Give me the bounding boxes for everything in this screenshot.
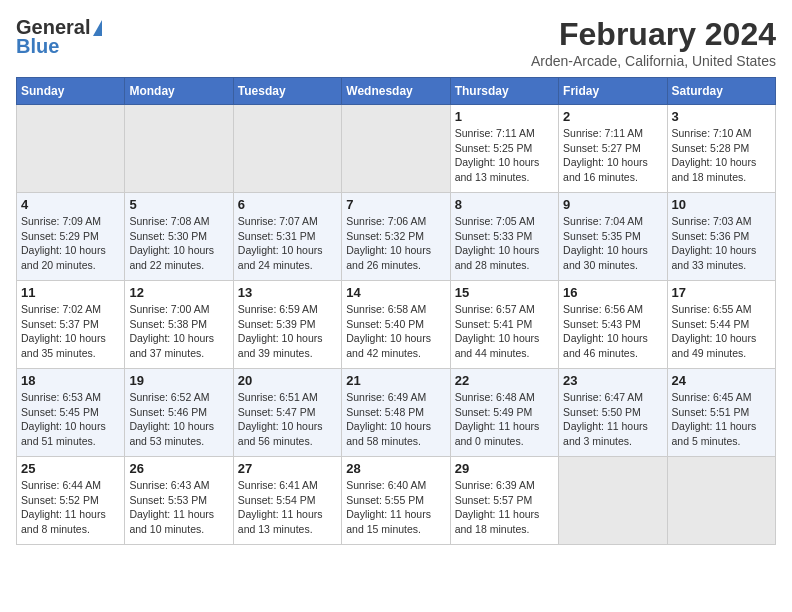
- calendar-cell: 22Sunrise: 6:48 AM Sunset: 5:49 PM Dayli…: [450, 369, 558, 457]
- page-header: General Blue February 2024 Arden-Arcade,…: [16, 16, 776, 69]
- calendar-cell: [559, 457, 667, 545]
- day-info: Sunrise: 6:51 AM Sunset: 5:47 PM Dayligh…: [238, 390, 337, 449]
- day-info: Sunrise: 6:59 AM Sunset: 5:39 PM Dayligh…: [238, 302, 337, 361]
- calendar-cell: 7Sunrise: 7:06 AM Sunset: 5:32 PM Daylig…: [342, 193, 450, 281]
- calendar-cell: 23Sunrise: 6:47 AM Sunset: 5:50 PM Dayli…: [559, 369, 667, 457]
- day-number: 12: [129, 285, 228, 300]
- day-info: Sunrise: 6:39 AM Sunset: 5:57 PM Dayligh…: [455, 478, 554, 537]
- day-info: Sunrise: 6:41 AM Sunset: 5:54 PM Dayligh…: [238, 478, 337, 537]
- calendar-cell: 26Sunrise: 6:43 AM Sunset: 5:53 PM Dayli…: [125, 457, 233, 545]
- day-info: Sunrise: 7:10 AM Sunset: 5:28 PM Dayligh…: [672, 126, 771, 185]
- day-of-week-header: Thursday: [450, 78, 558, 105]
- day-of-week-header: Saturday: [667, 78, 775, 105]
- day-number: 8: [455, 197, 554, 212]
- day-number: 3: [672, 109, 771, 124]
- day-info: Sunrise: 7:06 AM Sunset: 5:32 PM Dayligh…: [346, 214, 445, 273]
- day-info: Sunrise: 6:43 AM Sunset: 5:53 PM Dayligh…: [129, 478, 228, 537]
- calendar-cell: 17Sunrise: 6:55 AM Sunset: 5:44 PM Dayli…: [667, 281, 775, 369]
- day-number: 6: [238, 197, 337, 212]
- calendar-cell: 2Sunrise: 7:11 AM Sunset: 5:27 PM Daylig…: [559, 105, 667, 193]
- calendar-cell: 20Sunrise: 6:51 AM Sunset: 5:47 PM Dayli…: [233, 369, 341, 457]
- day-number: 17: [672, 285, 771, 300]
- day-info: Sunrise: 6:49 AM Sunset: 5:48 PM Dayligh…: [346, 390, 445, 449]
- calendar-cell: 24Sunrise: 6:45 AM Sunset: 5:51 PM Dayli…: [667, 369, 775, 457]
- calendar-cell: 1Sunrise: 7:11 AM Sunset: 5:25 PM Daylig…: [450, 105, 558, 193]
- day-number: 13: [238, 285, 337, 300]
- day-info: Sunrise: 6:47 AM Sunset: 5:50 PM Dayligh…: [563, 390, 662, 449]
- calendar-cell: 21Sunrise: 6:49 AM Sunset: 5:48 PM Dayli…: [342, 369, 450, 457]
- day-number: 15: [455, 285, 554, 300]
- calendar-cell: 13Sunrise: 6:59 AM Sunset: 5:39 PM Dayli…: [233, 281, 341, 369]
- calendar-cell: 3Sunrise: 7:10 AM Sunset: 5:28 PM Daylig…: [667, 105, 775, 193]
- day-number: 24: [672, 373, 771, 388]
- day-number: 11: [21, 285, 120, 300]
- day-info: Sunrise: 6:40 AM Sunset: 5:55 PM Dayligh…: [346, 478, 445, 537]
- day-number: 18: [21, 373, 120, 388]
- calendar-cell: 9Sunrise: 7:04 AM Sunset: 5:35 PM Daylig…: [559, 193, 667, 281]
- day-number: 19: [129, 373, 228, 388]
- title-section: February 2024 Arden-Arcade, California, …: [531, 16, 776, 69]
- calendar-cell: 5Sunrise: 7:08 AM Sunset: 5:30 PM Daylig…: [125, 193, 233, 281]
- logo-blue-text: Blue: [16, 35, 59, 58]
- calendar-cell: 4Sunrise: 7:09 AM Sunset: 5:29 PM Daylig…: [17, 193, 125, 281]
- day-number: 27: [238, 461, 337, 476]
- day-info: Sunrise: 6:44 AM Sunset: 5:52 PM Dayligh…: [21, 478, 120, 537]
- day-of-week-header: Monday: [125, 78, 233, 105]
- day-number: 9: [563, 197, 662, 212]
- calendar-cell: [125, 105, 233, 193]
- day-number: 28: [346, 461, 445, 476]
- day-number: 4: [21, 197, 120, 212]
- calendar-cell: 11Sunrise: 7:02 AM Sunset: 5:37 PM Dayli…: [17, 281, 125, 369]
- day-number: 14: [346, 285, 445, 300]
- calendar-cell: [667, 457, 775, 545]
- day-of-week-header: Friday: [559, 78, 667, 105]
- calendar-cell: 15Sunrise: 6:57 AM Sunset: 5:41 PM Dayli…: [450, 281, 558, 369]
- subtitle: Arden-Arcade, California, United States: [531, 53, 776, 69]
- day-info: Sunrise: 7:02 AM Sunset: 5:37 PM Dayligh…: [21, 302, 120, 361]
- day-info: Sunrise: 6:57 AM Sunset: 5:41 PM Dayligh…: [455, 302, 554, 361]
- calendar-cell: [342, 105, 450, 193]
- calendar-table: SundayMondayTuesdayWednesdayThursdayFrid…: [16, 77, 776, 545]
- day-info: Sunrise: 6:53 AM Sunset: 5:45 PM Dayligh…: [21, 390, 120, 449]
- logo-triangle-icon: [93, 20, 102, 36]
- calendar-cell: 14Sunrise: 6:58 AM Sunset: 5:40 PM Dayli…: [342, 281, 450, 369]
- day-number: 20: [238, 373, 337, 388]
- calendar-cell: 28Sunrise: 6:40 AM Sunset: 5:55 PM Dayli…: [342, 457, 450, 545]
- day-of-week-header: Wednesday: [342, 78, 450, 105]
- day-info: Sunrise: 7:05 AM Sunset: 5:33 PM Dayligh…: [455, 214, 554, 273]
- day-info: Sunrise: 6:48 AM Sunset: 5:49 PM Dayligh…: [455, 390, 554, 449]
- calendar-cell: 19Sunrise: 6:52 AM Sunset: 5:46 PM Dayli…: [125, 369, 233, 457]
- day-of-week-header: Sunday: [17, 78, 125, 105]
- day-number: 2: [563, 109, 662, 124]
- calendar-cell: 10Sunrise: 7:03 AM Sunset: 5:36 PM Dayli…: [667, 193, 775, 281]
- calendar-cell: 18Sunrise: 6:53 AM Sunset: 5:45 PM Dayli…: [17, 369, 125, 457]
- day-info: Sunrise: 6:52 AM Sunset: 5:46 PM Dayligh…: [129, 390, 228, 449]
- day-of-week-header: Tuesday: [233, 78, 341, 105]
- day-info: Sunrise: 6:56 AM Sunset: 5:43 PM Dayligh…: [563, 302, 662, 361]
- calendar-cell: [17, 105, 125, 193]
- day-number: 10: [672, 197, 771, 212]
- calendar-cell: [233, 105, 341, 193]
- day-number: 23: [563, 373, 662, 388]
- day-info: Sunrise: 6:58 AM Sunset: 5:40 PM Dayligh…: [346, 302, 445, 361]
- day-info: Sunrise: 7:08 AM Sunset: 5:30 PM Dayligh…: [129, 214, 228, 273]
- day-info: Sunrise: 7:09 AM Sunset: 5:29 PM Dayligh…: [21, 214, 120, 273]
- day-info: Sunrise: 7:11 AM Sunset: 5:27 PM Dayligh…: [563, 126, 662, 185]
- day-info: Sunrise: 6:45 AM Sunset: 5:51 PM Dayligh…: [672, 390, 771, 449]
- day-number: 22: [455, 373, 554, 388]
- day-number: 21: [346, 373, 445, 388]
- day-number: 25: [21, 461, 120, 476]
- day-number: 16: [563, 285, 662, 300]
- day-info: Sunrise: 6:55 AM Sunset: 5:44 PM Dayligh…: [672, 302, 771, 361]
- calendar-cell: 8Sunrise: 7:05 AM Sunset: 5:33 PM Daylig…: [450, 193, 558, 281]
- main-title: February 2024: [531, 16, 776, 53]
- calendar-cell: 25Sunrise: 6:44 AM Sunset: 5:52 PM Dayli…: [17, 457, 125, 545]
- calendar-cell: 12Sunrise: 7:00 AM Sunset: 5:38 PM Dayli…: [125, 281, 233, 369]
- day-number: 5: [129, 197, 228, 212]
- calendar-cell: 6Sunrise: 7:07 AM Sunset: 5:31 PM Daylig…: [233, 193, 341, 281]
- day-info: Sunrise: 7:11 AM Sunset: 5:25 PM Dayligh…: [455, 126, 554, 185]
- day-info: Sunrise: 7:00 AM Sunset: 5:38 PM Dayligh…: [129, 302, 228, 361]
- day-number: 7: [346, 197, 445, 212]
- calendar-cell: 27Sunrise: 6:41 AM Sunset: 5:54 PM Dayli…: [233, 457, 341, 545]
- calendar-cell: 29Sunrise: 6:39 AM Sunset: 5:57 PM Dayli…: [450, 457, 558, 545]
